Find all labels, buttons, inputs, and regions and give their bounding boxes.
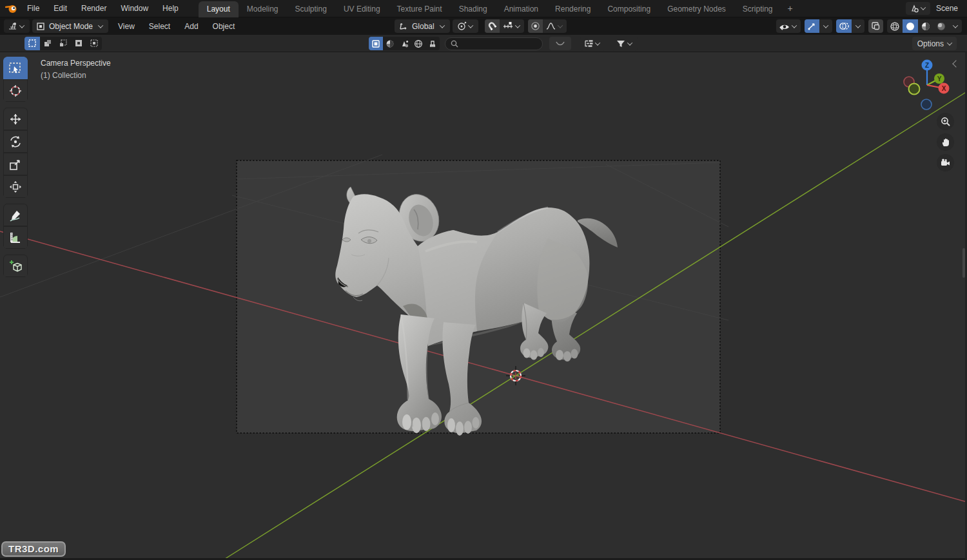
search-box[interactable] xyxy=(445,37,543,50)
orientation-axes-icon xyxy=(398,22,408,31)
filter-bar xyxy=(369,37,640,50)
snap-toggle-button[interactable] xyxy=(485,19,500,33)
orientation-dropdown[interactable]: Global xyxy=(395,19,450,33)
tab-geometry-nodes[interactable]: Geometry Nodes xyxy=(659,1,734,17)
add-workspace-button[interactable]: + xyxy=(781,1,799,17)
shading-rendered-button[interactable] xyxy=(933,19,949,33)
overlays-dropdown[interactable] xyxy=(852,19,864,33)
chevron-down-icon xyxy=(953,23,958,28)
chevron-down-icon xyxy=(557,23,562,28)
select-mode-intersect-button[interactable] xyxy=(86,37,102,50)
falloff-dropdown[interactable] xyxy=(543,19,567,33)
tab-uv-editing[interactable]: UV Editing xyxy=(335,1,389,17)
list-display-icon xyxy=(584,39,594,48)
scene-name[interactable]: Scene xyxy=(936,4,958,13)
blender-logo-icon xyxy=(5,4,17,14)
select-mode-extend-button[interactable] xyxy=(40,37,55,50)
snap-target-button[interactable] xyxy=(500,19,524,33)
view-label: Camera Perspective xyxy=(41,59,111,68)
chevron-down-icon xyxy=(855,23,861,28)
editor-type-button[interactable] xyxy=(4,19,30,33)
tab-modeling[interactable]: Modeling xyxy=(239,1,287,17)
show-gizmo-button[interactable] xyxy=(805,19,819,33)
visibility-eye-icon xyxy=(779,22,790,31)
gizmo-x-label: X xyxy=(942,85,946,92)
object-mode-icon xyxy=(36,22,45,31)
filter-brush-button[interactable] xyxy=(425,37,440,50)
tool-measure[interactable] xyxy=(3,226,28,249)
tool-add-cube[interactable] xyxy=(3,255,28,277)
orientation-label: Global xyxy=(412,22,435,31)
xray-toggle-button[interactable] xyxy=(868,19,883,33)
options-dropdown[interactable]: Options xyxy=(912,37,957,50)
proportional-controls xyxy=(528,19,567,33)
overlays-controls xyxy=(836,19,864,33)
navigation-gizmo[interactable]: Z Y X xyxy=(901,57,959,115)
menu-help[interactable]: Help xyxy=(155,0,186,17)
tab-scripting[interactable]: Scripting xyxy=(734,1,781,17)
chevron-down-icon xyxy=(792,23,797,28)
tab-rendering[interactable]: Rendering xyxy=(547,1,599,17)
shading-wireframe-button[interactable] xyxy=(887,19,903,33)
search-input[interactable] xyxy=(462,39,537,48)
shading-rendered-icon xyxy=(936,21,946,32)
chevron-down-icon xyxy=(823,23,828,28)
tool-rotate[interactable] xyxy=(3,130,28,153)
filter-dropdown[interactable] xyxy=(612,37,638,50)
tab-sculpting[interactable]: Sculpting xyxy=(287,1,335,17)
filter-mesh-button[interactable] xyxy=(369,37,383,50)
pivot-point-icon xyxy=(456,21,467,31)
menu-file[interactable]: File xyxy=(20,0,46,17)
menu-view[interactable]: View xyxy=(111,18,142,35)
pan-button[interactable] xyxy=(937,133,954,151)
tool-select-box[interactable] xyxy=(3,57,28,79)
gizmo-dropdown[interactable] xyxy=(819,19,832,33)
tool-annotate[interactable] xyxy=(3,204,28,226)
shading-solid-button[interactable] xyxy=(903,19,918,33)
menu-window[interactable]: Window xyxy=(113,0,155,17)
menu-render[interactable]: Render xyxy=(74,0,113,17)
pivot-point-dropdown[interactable] xyxy=(453,19,478,33)
chevron-down-icon xyxy=(467,23,473,28)
camera-view-button[interactable] xyxy=(937,154,954,171)
viewport-3d[interactable]: Camera Perspective (1) Collection xyxy=(0,52,967,560)
tab-animation[interactable]: Animation xyxy=(496,1,547,17)
chevron-down-icon xyxy=(921,5,926,10)
tab-layout[interactable]: Layout xyxy=(199,1,239,17)
gizmo-neg-y-ball xyxy=(909,84,920,95)
options-label: Options xyxy=(917,39,944,48)
select-mode-subtract-button[interactable] xyxy=(55,37,71,50)
filter-shading-button[interactable] xyxy=(383,37,397,50)
menu-object[interactable]: Object xyxy=(206,18,242,35)
chevron-down-icon xyxy=(439,23,444,28)
select-mode-set-button[interactable] xyxy=(24,37,40,50)
shading-dropdown[interactable] xyxy=(949,19,962,33)
proportional-toggle-button[interactable] xyxy=(528,19,543,33)
filter-scene-button[interactable] xyxy=(397,37,411,50)
filter-world-button[interactable] xyxy=(411,37,425,50)
menu-select[interactable]: Select xyxy=(142,18,177,35)
tool-transform[interactable] xyxy=(3,175,28,198)
zoom-button[interactable] xyxy=(937,113,954,130)
shading-material-icon xyxy=(921,21,931,32)
scene-browse-button[interactable] xyxy=(906,2,930,15)
display-mode-dropdown[interactable] xyxy=(580,37,605,50)
tool-scale[interactable] xyxy=(3,153,28,175)
shading-material-button[interactable] xyxy=(918,19,933,33)
mode-dropdown[interactable]: Object Mode xyxy=(32,19,108,33)
menu-edit[interactable]: Edit xyxy=(46,0,74,17)
menu-add[interactable]: Add xyxy=(177,18,205,35)
tab-compositing[interactable]: Compositing xyxy=(599,1,659,17)
shading-mode-group xyxy=(887,19,962,33)
tool-cursor[interactable] xyxy=(3,79,28,102)
tool-move[interactable] xyxy=(3,108,28,130)
show-overlays-icon xyxy=(839,21,849,31)
select-mode-invert-button[interactable] xyxy=(71,37,86,50)
show-overlays-button[interactable] xyxy=(836,19,852,33)
collapse-region-button[interactable] xyxy=(549,37,571,50)
tab-shading[interactable]: Shading xyxy=(451,1,496,17)
visibility-dropdown[interactable] xyxy=(776,19,801,33)
search-icon xyxy=(451,40,458,48)
tab-texture-paint[interactable]: Texture Paint xyxy=(389,1,451,17)
xray-toggle-icon xyxy=(871,21,881,31)
